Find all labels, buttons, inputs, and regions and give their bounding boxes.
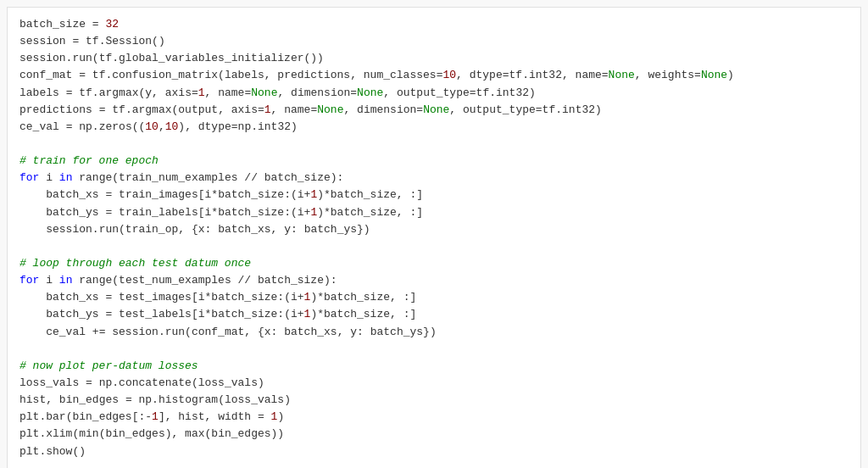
code-area: batch_size = 32 session = tf.Session() s… bbox=[7, 7, 861, 468]
notebook-cell: batch_size = 32 session = tf.Session() s… bbox=[0, 7, 868, 468]
code-block: batch_size = 32 session = tf.Session() s… bbox=[19, 16, 849, 460]
